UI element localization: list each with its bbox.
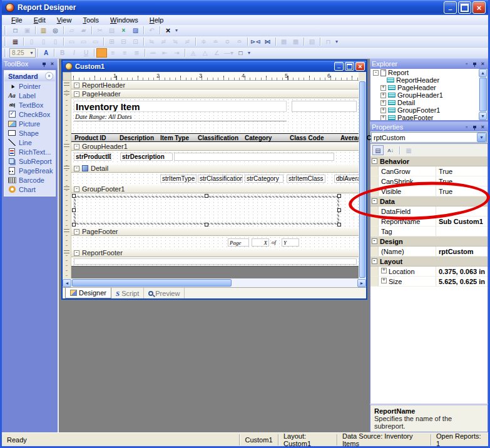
font-size-combo[interactable]: 8.25 ▼ bbox=[9, 48, 36, 58]
groupfooter1-content[interactable] bbox=[71, 193, 359, 227]
collapse-icon[interactable] bbox=[74, 144, 79, 150]
scroll-left-icon[interactable]: ◄ bbox=[63, 279, 71, 287]
toolbar-grip[interactable] bbox=[4, 26, 7, 34]
maximize-button[interactable] bbox=[345, 62, 354, 71]
pagefooter-content[interactable]: Page X of Y bbox=[71, 236, 359, 248]
maximize-button[interactable] bbox=[458, 1, 471, 14]
collapse-icon[interactable] bbox=[74, 250, 79, 256]
size-to-grid-icon[interactable]: ⊞ bbox=[106, 37, 118, 47]
tab-script[interactable]: Script bbox=[111, 288, 144, 298]
report-title-field[interactable]: Inventory Item bbox=[74, 101, 287, 112]
lock-icon[interactable]: ⊓ bbox=[322, 37, 334, 47]
category-row-behavior[interactable]: Behavior bbox=[370, 156, 487, 166]
section-splitter[interactable] bbox=[64, 166, 69, 169]
center-horizontal-icon[interactable]: ≑ bbox=[198, 37, 210, 47]
section-bar-groupheader1[interactable]: GroupHeader1 bbox=[71, 142, 359, 151]
property-pages-icon[interactable]: ▦ bbox=[403, 145, 414, 155]
section-bar-reportheader[interactable]: ReportHeader bbox=[71, 81, 359, 89]
scroll-down-icon[interactable]: ▼ bbox=[479, 112, 487, 120]
align-left-icon[interactable]: ▯ bbox=[26, 37, 38, 47]
align-middle-icon[interactable]: ▭ bbox=[78, 37, 89, 47]
expand-icon[interactable] bbox=[380, 115, 386, 121]
toolbar-overflow-icon[interactable]: ▾ bbox=[248, 50, 250, 56]
space-decrease-icon[interactable]: ≒ bbox=[170, 37, 181, 47]
highlight-color-button[interactable] bbox=[96, 48, 107, 58]
menu-tools[interactable]: Tools bbox=[77, 15, 105, 25]
date-range-field[interactable]: Date Range: All Dates bbox=[74, 113, 287, 121]
resize-handle[interactable] bbox=[72, 194, 76, 198]
toolbox-item-checkbox[interactable]: CheckBox bbox=[4, 109, 55, 119]
custom1-titlebar[interactable]: Custom1 bbox=[63, 61, 366, 72]
property-row-cangrow[interactable]: CanGrow True bbox=[370, 166, 487, 176]
new-report-icon[interactable]: □ bbox=[9, 26, 21, 36]
tab-preview[interactable]: Preview bbox=[144, 288, 185, 298]
menu-edit[interactable]: Edit bbox=[28, 15, 51, 25]
property-value[interactable]: Sub Custom1 bbox=[436, 216, 487, 226]
toolbar-grip[interactable] bbox=[4, 49, 7, 57]
delete-icon[interactable]: × bbox=[118, 26, 130, 36]
fill-color-icon[interactable]: ◬ bbox=[187, 48, 199, 58]
toolbar-overflow-icon[interactable]: ▾ bbox=[175, 28, 178, 33]
toolbox-item-line[interactable]: Line bbox=[4, 138, 55, 147]
page-of-label[interactable]: of bbox=[270, 238, 280, 247]
page-label-field[interactable]: Page bbox=[228, 238, 249, 247]
empty-field[interactable] bbox=[74, 258, 357, 265]
selected-subreport-object[interactable] bbox=[74, 196, 339, 225]
vertical-scrollbar[interactable] bbox=[359, 81, 366, 278]
section-splitter[interactable] bbox=[64, 186, 69, 190]
toolbox-item-richtext[interactable]: RichText... bbox=[4, 147, 55, 156]
category-row-design[interactable]: Design bbox=[370, 237, 487, 247]
property-value[interactable] bbox=[436, 227, 487, 236]
font-color-icon[interactable]: A bbox=[40, 48, 52, 58]
toolbox-section-header[interactable]: Standard bbox=[4, 71, 55, 81]
alphabetical-sort-icon[interactable]: A↓ bbox=[385, 145, 396, 155]
section-splitter[interactable] bbox=[64, 83, 69, 86]
size-same-width-icon[interactable]: ⊟ bbox=[118, 37, 130, 47]
expand-icon[interactable] bbox=[380, 100, 386, 106]
resize-handle[interactable] bbox=[205, 194, 208, 198]
pin-icon[interactable] bbox=[41, 60, 48, 67]
menu-file[interactable]: File bbox=[6, 15, 28, 25]
shape-color-icon[interactable]: △ bbox=[199, 48, 211, 58]
dock-icon[interactable]: ▫ bbox=[463, 123, 470, 130]
section-bar-groupfooter1[interactable]: GroupFooter1 bbox=[71, 185, 359, 193]
send-to-back-icon[interactable]: ⋈ bbox=[262, 37, 273, 47]
groupheader1-content[interactable]: strProductID strDescription bbox=[71, 151, 359, 164]
menu-help[interactable]: Help bbox=[144, 15, 170, 25]
property-row-size[interactable]: Size 5.625, 0.625 in bbox=[370, 277, 487, 287]
field-strcategory[interactable]: strCategory bbox=[245, 175, 283, 183]
scrollbar-thumb[interactable] bbox=[72, 279, 232, 287]
toolbar-overflow-icon[interactable]: ▾ bbox=[335, 39, 338, 44]
collapse-icon[interactable] bbox=[373, 70, 379, 76]
horizontal-scrollbar[interactable]: ◄ ► bbox=[63, 278, 366, 287]
bring-to-front-icon[interactable]: ⊳⊲ bbox=[250, 37, 262, 47]
fit-width-icon[interactable]: ≎ bbox=[222, 37, 233, 47]
pin-icon[interactable] bbox=[471, 60, 478, 67]
section-bar-pageheader[interactable]: PageHeader bbox=[71, 89, 359, 98]
detail-content[interactable]: strItemType strClassification strCategor… bbox=[71, 173, 359, 185]
space-across-icon[interactable]: ≒ bbox=[146, 37, 158, 47]
collapse-icon[interactable] bbox=[74, 83, 79, 88]
menu-windows[interactable]: Windows bbox=[105, 15, 144, 25]
property-value[interactable]: 0.375, 0.063 in bbox=[436, 267, 487, 276]
object-selector-combo[interactable]: rptCustom ▼ bbox=[371, 132, 487, 143]
property-value[interactable]: rptCustom bbox=[436, 247, 487, 256]
space-increase-icon[interactable]: ≓ bbox=[158, 37, 170, 47]
size-same-height-icon[interactable]: ⊡ bbox=[130, 37, 141, 47]
copy-icon[interactable]: ▤ bbox=[106, 26, 118, 36]
expand-icon[interactable] bbox=[380, 85, 386, 91]
align-text-center-icon[interactable]: ≡ bbox=[119, 48, 131, 58]
align-right-icon[interactable]: ▯ bbox=[49, 37, 61, 47]
category-row-layout[interactable]: Layout bbox=[370, 257, 487, 267]
close-icon[interactable]: × bbox=[479, 123, 486, 130]
field-strdescription[interactable]: strDescription bbox=[120, 153, 173, 161]
align-top-icon[interactable]: ▭ bbox=[66, 37, 78, 47]
field-dblaverage[interactable]: dblAverage bbox=[334, 175, 360, 183]
toolbox-item-barcode[interactable]: Barcode bbox=[4, 175, 55, 185]
fit-height-icon[interactable]: ≏ bbox=[233, 37, 245, 47]
categorized-view-icon[interactable]: ▤ bbox=[372, 145, 384, 155]
page-x-field[interactable]: X bbox=[252, 238, 269, 247]
close-button[interactable] bbox=[472, 1, 486, 14]
cut-icon[interactable]: ✂ bbox=[94, 26, 106, 36]
toolbox-item-shape[interactable]: Shape bbox=[4, 128, 55, 138]
